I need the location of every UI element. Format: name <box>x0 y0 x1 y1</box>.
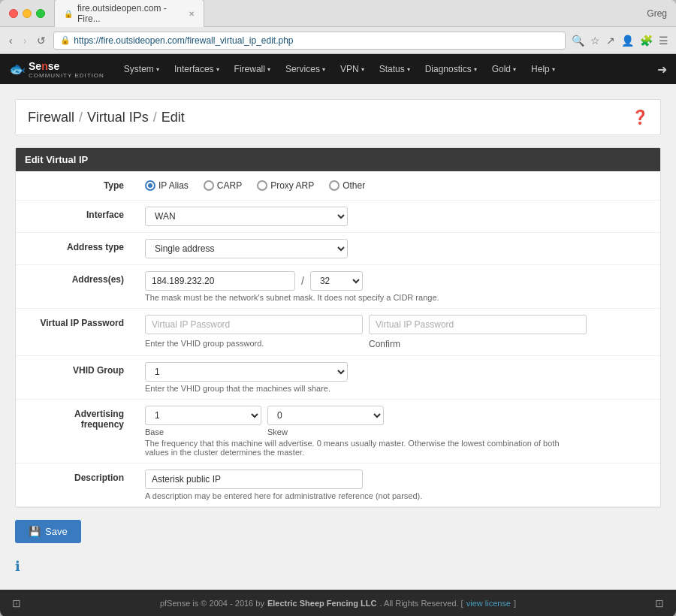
nav-arrow-gold: ▾ <box>513 66 516 73</box>
address-type-control: Single address Network <box>136 233 660 265</box>
interface-control: WAN LAN OPT1 <box>136 201 660 233</box>
interface-select[interactable]: WAN LAN OPT1 <box>145 207 348 226</box>
adv-skew-label: Skew <box>267 427 384 436</box>
adv-freq-row: Advertisingfrequency 1 2 0 1 <box>16 400 660 464</box>
profile-icon[interactable]: 👤 <box>620 33 635 48</box>
breadcrumb-firewall[interactable]: Firewall <box>28 110 74 125</box>
adv-skew-select[interactable]: 0 1 <box>267 406 384 425</box>
maximize-button[interactable] <box>36 9 45 18</box>
radio-circle-proxy-arp <box>257 180 267 191</box>
vhid-label: VHID Group <box>16 356 136 400</box>
save-section: 💾 Save <box>15 520 661 543</box>
address-input[interactable] <box>145 271 295 291</box>
browser-user: Greg <box>647 8 667 19</box>
nav-item-interfaces[interactable]: Interfaces ▾ <box>167 54 227 84</box>
address-type-label: Address type <box>16 233 136 265</box>
type-control: IP Alias CARP Proxy ARP <box>136 171 660 201</box>
close-button[interactable] <box>9 9 18 18</box>
breadcrumb-virtual-ips[interactable]: Virtual IPs <box>87 110 149 125</box>
radio-other[interactable]: Other <box>329 180 365 191</box>
description-input[interactable] <box>145 470 363 489</box>
vip-password-label: Virtual IP Password <box>16 309 136 356</box>
nav-item-gold[interactable]: Gold ▾ <box>484 54 524 84</box>
radio-proxy-arp[interactable]: Proxy ARP <box>257 180 314 191</box>
forward-button[interactable]: › <box>20 33 30 48</box>
interface-row: Interface WAN LAN OPT1 <box>16 201 660 233</box>
footer-rights: . All Rights Reserved. [ <box>379 599 463 608</box>
breadcrumb-sep1: / <box>79 110 83 125</box>
addresses-control: / 32 31 30 24 The mask must be the netwo… <box>136 265 660 309</box>
help-icon[interactable]: ❓ <box>632 109 648 125</box>
nav-arrow-system: ▾ <box>156 66 159 73</box>
radio-ip-alias[interactable]: IP Alias <box>145 180 189 191</box>
back-button[interactable]: ‹ <box>6 33 16 48</box>
info-section: ℹ <box>15 552 661 575</box>
nav-arrow-status: ▾ <box>407 66 410 73</box>
adv-base-label: Base <box>145 427 261 436</box>
refresh-button[interactable]: ↺ <box>34 33 49 48</box>
browser-footer: ⊡ pfSense is © 2004 - 2016 by Electric S… <box>0 590 676 616</box>
vip-password-confirm-input[interactable] <box>369 315 587 334</box>
vhid-row: VHID Group 1 2 3 Enter the VHID group th… <box>16 356 660 400</box>
vip-password-row: Virtual IP Password Enter the VHID group… <box>16 309 660 356</box>
radio-dot-ip-alias <box>148 183 152 188</box>
adv-freq-label: Advertisingfrequency <box>16 400 136 464</box>
nav-label-system: System <box>124 64 154 74</box>
type-row: Type IP Alias CARP <box>16 171 660 201</box>
browser-tab[interactable]: 🔒 fire.outsideopen.com - Fire... ✕ <box>54 0 204 27</box>
nav-item-system[interactable]: System ▾ <box>116 54 167 84</box>
nav-arrow-services: ▾ <box>322 66 325 73</box>
cidr-select[interactable]: 32 31 30 24 <box>310 271 363 291</box>
address-bar[interactable]: 🔒 https://fire.outsideopen.com/firewall_… <box>53 32 566 50</box>
minimize-button[interactable] <box>23 9 32 18</box>
footer-copyright: pfSense is © 2004 - 2016 by <box>160 599 264 608</box>
tab-favicon: 🔒 <box>64 10 73 18</box>
adv-base-select[interactable]: 1 2 <box>145 406 261 425</box>
nav-arrow-firewall: ▾ <box>267 66 270 73</box>
lock-icon: 🔒 <box>60 35 71 45</box>
form-table: Type IP Alias CARP <box>16 171 660 507</box>
footer-rights-end: ] <box>514 599 516 608</box>
nav-arrow-interfaces: ▾ <box>216 66 219 73</box>
address-url: https://fire.outsideopen.com/firewall_vi… <box>74 35 293 46</box>
password-inputs <box>145 315 651 334</box>
logo-text: Sense <box>29 60 59 72</box>
nav-logout-icon[interactable]: ➜ <box>657 62 667 77</box>
radio-label-ip-alias: IP Alias <box>158 180 189 191</box>
nav-label-diagnostics: Diagnostics <box>425 64 472 74</box>
browser-titlebar: 🔒 fire.outsideopen.com - Fire... ✕ Greg <box>0 0 676 27</box>
nav-label-interfaces: Interfaces <box>174 64 214 74</box>
page-content: Firewall / Virtual IPs / Edit ❓ Edit Vir… <box>0 84 676 590</box>
radio-carp[interactable]: CARP <box>204 180 242 191</box>
vhid-control: 1 2 3 Enter the VHID group that the mach… <box>136 356 660 400</box>
share-icon[interactable]: ↗ <box>605 33 617 48</box>
logo-icon: 🐟 <box>9 61 26 77</box>
radio-label-other: Other <box>343 180 365 191</box>
radio-circle-ip-alias <box>145 180 155 191</box>
vip-password-input[interactable] <box>145 315 363 334</box>
nav-label-firewall: Firewall <box>234 64 265 74</box>
save-button[interactable]: 💾 Save <box>15 520 81 543</box>
address-help: The mask must be the network's subnet ma… <box>145 293 651 302</box>
nav-item-services[interactable]: Services ▾ <box>278 54 333 84</box>
nav-item-help[interactable]: Help ▾ <box>524 54 563 84</box>
vhid-help: Enter the VHID group that the machines w… <box>145 384 651 393</box>
search-icon[interactable]: 🔍 <box>570 33 586 48</box>
address-type-select[interactable]: Single address Network <box>145 239 348 258</box>
addresses-row: Address(es) / 32 31 30 24 Th <box>16 265 660 309</box>
footer-license-link[interactable]: view license <box>466 599 511 608</box>
info-icon[interactable]: ℹ <box>15 558 20 575</box>
menu-icon[interactable]: ☰ <box>657 33 670 48</box>
description-help: A description may be entered here for ad… <box>145 491 651 500</box>
star-icon[interactable]: ☆ <box>589 33 602 48</box>
tab-close-icon[interactable]: ✕ <box>189 10 195 18</box>
vhid-select[interactable]: 1 2 3 <box>145 362 348 382</box>
nav-label-help: Help <box>531 64 550 74</box>
nav-item-firewall[interactable]: Firewall ▾ <box>227 54 278 84</box>
nav-item-diagnostics[interactable]: Diagnostics ▾ <box>418 54 484 84</box>
breadcrumb-sep2: / <box>153 110 157 125</box>
extension-icon[interactable]: 🧩 <box>638 33 654 48</box>
browser-toolbar: ‹ › ↺ 🔒 https://fire.outsideopen.com/fir… <box>0 27 676 54</box>
nav-item-status[interactable]: Status ▾ <box>372 54 418 84</box>
nav-item-vpn[interactable]: VPN ▾ <box>333 54 372 84</box>
